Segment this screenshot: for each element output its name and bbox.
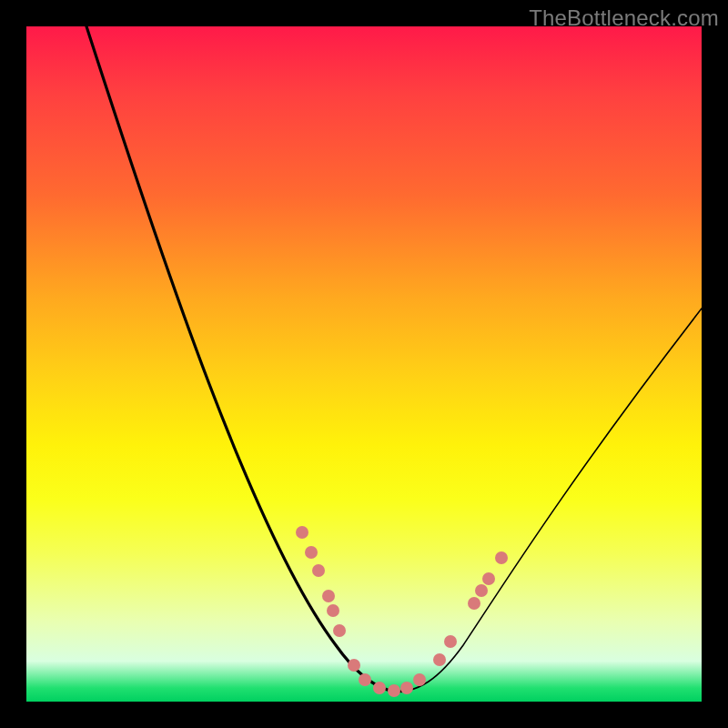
chart-frame: TheBottleneck.com [0, 0, 728, 728]
curve-marker [482, 572, 495, 585]
curve-marker [305, 546, 318, 559]
bottleneck-curve [26, 26, 702, 702]
curve-marker [373, 682, 386, 694]
curve-marker [475, 584, 488, 597]
curve-marker [388, 684, 400, 697]
curve-marker [359, 673, 371, 686]
curve-marker [468, 597, 480, 610]
watermark-text: TheBottleneck.com [529, 5, 719, 31]
marker-group [296, 526, 508, 697]
curve-marker [296, 526, 308, 539]
curve-marker [413, 673, 426, 686]
curve-marker [312, 564, 325, 577]
curve-marker [433, 653, 446, 666]
curve-marker [400, 682, 413, 694]
curve-left-segment [86, 26, 702, 692]
curve-marker [322, 590, 335, 602]
curve-marker [348, 659, 360, 672]
curve-right-segment [86, 26, 702, 692]
curve-marker [444, 635, 457, 648]
curve-marker [495, 551, 508, 564]
plot-area [26, 26, 702, 702]
curve-marker [327, 604, 339, 617]
curve-marker [333, 624, 346, 637]
